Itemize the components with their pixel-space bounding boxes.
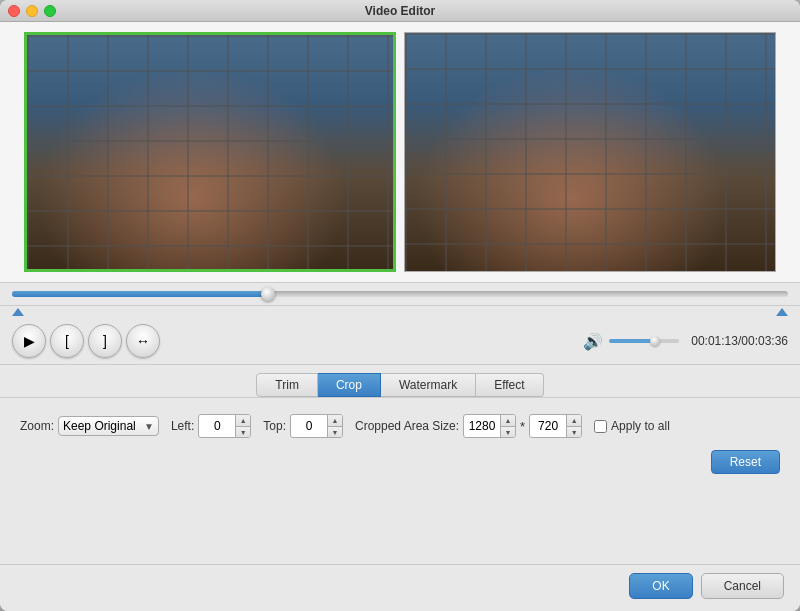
playback-controls: ▶ [ ] ↔ — [12, 324, 160, 358]
apply-all-wrap: Apply to all — [594, 419, 670, 433]
volume-thumb[interactable] — [650, 336, 660, 346]
top-field-group: Top: 0 ▲ ▼ — [263, 414, 343, 438]
top-spin-down[interactable]: ▼ — [328, 426, 342, 437]
top-input-wrap: 0 ▲ ▼ — [290, 414, 343, 438]
scrubber-track[interactable] — [12, 291, 788, 297]
volume-icon: 🔊 — [583, 332, 603, 351]
controls-row: ▶ [ ] ↔ 🔊 00:01:13/00:03:36 — [0, 318, 800, 365]
scrubber-fill — [12, 291, 268, 297]
ok-cancel-row: OK Cancel — [0, 564, 800, 611]
time-display: 00:01:13/00:03:36 — [691, 334, 788, 348]
tabs-row: Trim Crop Watermark Effect — [0, 365, 800, 397]
video-panel-right — [404, 32, 776, 272]
width-input[interactable]: 1280 — [464, 417, 500, 435]
left-spin-buttons: ▲ ▼ — [235, 415, 250, 437]
zoom-select-arrow: ▼ — [140, 419, 158, 434]
width-spin-down[interactable]: ▼ — [501, 426, 515, 437]
zoom-field-group: Zoom: Keep Original 16:9 4:3 Full Screen… — [20, 416, 159, 436]
title-bar: Video Editor — [0, 0, 800, 22]
maximize-button[interactable] — [44, 5, 56, 17]
top-label: Top: — [263, 419, 286, 433]
cancel-button[interactable]: Cancel — [701, 573, 784, 599]
mark-out-button[interactable]: ] — [88, 324, 122, 358]
ok-button[interactable]: OK — [629, 573, 692, 599]
split-button[interactable]: ↔ — [126, 324, 160, 358]
height-input-wrap: 720 ▲ ▼ — [529, 414, 582, 438]
width-spin-buttons: ▲ ▼ — [500, 415, 515, 437]
tab-effect[interactable]: Effect — [476, 373, 543, 397]
reset-button[interactable]: Reset — [711, 450, 780, 474]
trim-marker-right[interactable] — [776, 308, 788, 316]
video-panel-left — [24, 32, 396, 272]
width-spin-up[interactable]: ▲ — [501, 415, 515, 426]
crop-panel: Zoom: Keep Original 16:9 4:3 Full Screen… — [0, 397, 800, 564]
area-size-label: Cropped Area Size: — [355, 419, 459, 433]
volume-slider[interactable] — [609, 339, 679, 343]
scrubber-area[interactable] — [0, 283, 800, 306]
mark-in-icon: [ — [65, 333, 69, 349]
crop-controls: Zoom: Keep Original 16:9 4:3 Full Screen… — [20, 414, 780, 438]
left-input-wrap: 0 ▲ ▼ — [198, 414, 251, 438]
multiply-sign: * — [520, 419, 525, 434]
mark-out-icon: ] — [103, 333, 107, 349]
top-input[interactable]: 0 — [291, 417, 327, 435]
height-spin-buttons: ▲ ▼ — [566, 415, 581, 437]
minimize-button[interactable] — [26, 5, 38, 17]
height-input[interactable]: 720 — [530, 417, 566, 435]
top-spin-up[interactable]: ▲ — [328, 415, 342, 426]
close-button[interactable] — [8, 5, 20, 17]
tab-watermark[interactable]: Watermark — [381, 373, 476, 397]
left-label: Left: — [171, 419, 194, 433]
window-title: Video Editor — [365, 4, 435, 18]
left-spin-down[interactable]: ▼ — [236, 426, 250, 437]
left-spin-up[interactable]: ▲ — [236, 415, 250, 426]
apply-all-label: Apply to all — [611, 419, 670, 433]
left-input[interactable]: 0 — [199, 417, 235, 435]
height-spin-up[interactable]: ▲ — [567, 415, 581, 426]
video-editor-window: Video Editor ▶ [ — [0, 0, 800, 611]
trim-markers-row — [0, 306, 800, 318]
trim-marker-left[interactable] — [12, 308, 24, 316]
top-spin-buttons: ▲ ▼ — [327, 415, 342, 437]
width-input-wrap: 1280 ▲ ▼ — [463, 414, 516, 438]
left-field-group: Left: 0 ▲ ▼ — [171, 414, 251, 438]
video-preview-area — [0, 22, 800, 283]
volume-area: 🔊 00:01:13/00:03:36 — [583, 332, 788, 351]
mark-in-button[interactable]: [ — [50, 324, 84, 358]
apply-all-checkbox[interactable] — [594, 420, 607, 433]
area-size-field-group: Cropped Area Size: 1280 ▲ ▼ * 720 ▲ ▼ — [355, 414, 582, 438]
traffic-lights — [8, 5, 56, 17]
reset-row: Reset — [20, 450, 780, 474]
zoom-label: Zoom: — [20, 419, 54, 433]
video-grid-left — [27, 35, 393, 269]
zoom-select[interactable]: Keep Original 16:9 4:3 Full Screen — [59, 417, 140, 435]
play-button[interactable]: ▶ — [12, 324, 46, 358]
scrubber-thumb[interactable] — [261, 287, 275, 301]
zoom-select-wrap[interactable]: Keep Original 16:9 4:3 Full Screen ▼ — [58, 416, 159, 436]
split-icon: ↔ — [136, 333, 150, 349]
height-spin-down[interactable]: ▼ — [567, 426, 581, 437]
video-grid-right — [405, 33, 775, 271]
play-icon: ▶ — [24, 333, 35, 349]
tab-trim[interactable]: Trim — [256, 373, 318, 397]
tab-crop[interactable]: Crop — [318, 373, 381, 397]
